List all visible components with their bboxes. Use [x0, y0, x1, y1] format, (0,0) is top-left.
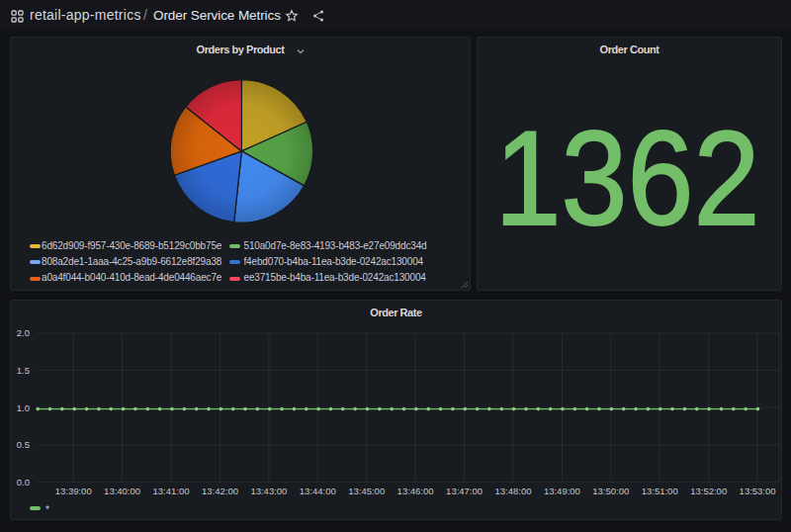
svg-text:13:40:00: 13:40:00	[104, 486, 140, 496]
svg-text:13:46:00: 13:46:00	[397, 486, 434, 496]
svg-text:0.5: 0.5	[17, 439, 30, 450]
svg-text:13:43:00: 13:43:00	[250, 486, 287, 496]
svg-text:13:53:00: 13:53:00	[740, 486, 776, 496]
svg-text:13:47:00: 13:47:00	[446, 486, 483, 496]
svg-text:13:41:00: 13:41:00	[153, 486, 190, 496]
svg-text:13:39:00: 13:39:00	[55, 486, 92, 496]
svg-text:1.0: 1.0	[17, 402, 30, 413]
svg-text:0.0: 0.0	[17, 477, 30, 488]
svg-text:13:45:00: 13:45:00	[348, 486, 385, 496]
svg-text:13:49:00: 13:49:00	[544, 486, 580, 496]
svg-text:13:48:00: 13:48:00	[495, 486, 532, 496]
svg-text:13:44:00: 13:44:00	[300, 486, 336, 496]
svg-text:1.5: 1.5	[17, 365, 30, 376]
svg-text:13:51:00: 13:51:00	[642, 486, 678, 496]
svg-text:13:50:00: 13:50:00	[592, 486, 629, 496]
svg-text:13:42:00: 13:42:00	[202, 486, 238, 496]
svg-text:2.0: 2.0	[17, 327, 30, 338]
svg-text:13:52:00: 13:52:00	[690, 486, 727, 496]
